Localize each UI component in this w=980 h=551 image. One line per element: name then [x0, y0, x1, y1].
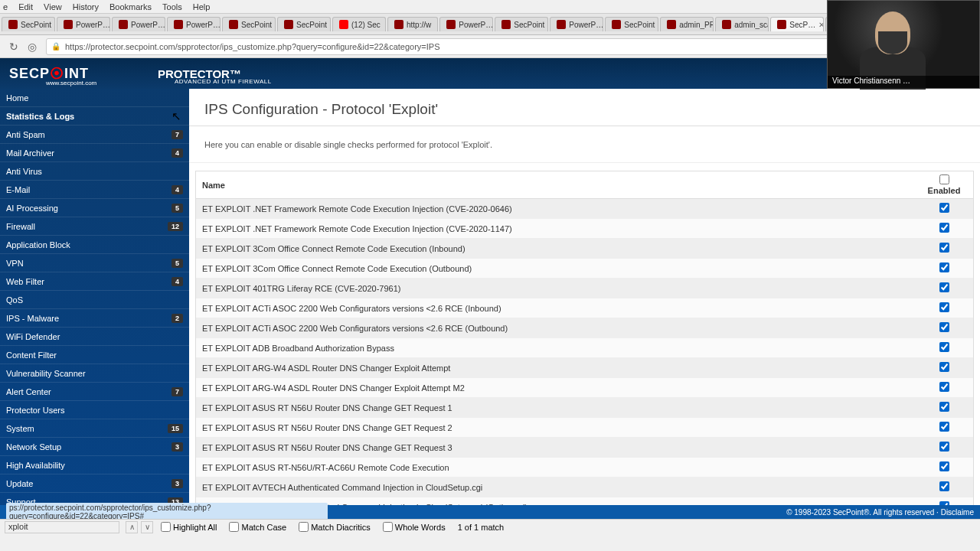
sidebar-item[interactable]: Update3: [0, 474, 189, 493]
find-input[interactable]: xploit: [5, 521, 119, 533]
sidebar-item[interactable]: VPN5: [0, 254, 189, 272]
sidebar-item[interactable]: Anti Virus: [0, 162, 189, 181]
tab-label: PowerP…: [186, 21, 220, 29]
browser-tab[interactable]: PowerP…: [57, 17, 110, 31]
browser-tab[interactable]: PowerP…: [550, 17, 603, 31]
menu-file[interactable]: e: [3, 2, 8, 11]
tab-close-icon[interactable]: ✕: [818, 21, 824, 29]
enabled-checkbox[interactable]: [939, 203, 949, 213]
enabled-checkbox[interactable]: [939, 262, 949, 272]
copyright: © 1998-2023 SecPoint®. All rights reserv…: [786, 508, 974, 517]
sidebar-badge: 12: [168, 222, 183, 231]
tab-favicon-icon: [339, 20, 348, 29]
enabled-checkbox[interactable]: [939, 342, 949, 352]
browser-tab[interactable]: http://w: [387, 17, 438, 31]
find-next-icon[interactable]: ∨: [141, 521, 153, 533]
browser-tab[interactable]: SecP…✕: [770, 17, 824, 31]
enabled-checkbox[interactable]: [939, 422, 949, 432]
tab-label: SecPoint: [21, 21, 51, 29]
tab-label: PowerP…: [131, 21, 165, 29]
sidebar-item[interactable]: System15: [0, 419, 189, 438]
browser-tab[interactable]: PowerP…: [112, 17, 165, 31]
enabled-checkbox[interactable]: [939, 223, 949, 233]
sidebar-item[interactable]: High Availability: [0, 456, 189, 474]
sidebar-item[interactable]: Web Filter4: [0, 272, 189, 291]
sidebar-item[interactable]: Anti Spam7: [0, 126, 189, 144]
url-input[interactable]: 🔒 https://protector.secpoint.com/spprote…: [46, 38, 934, 55]
enabled-checkbox[interactable]: [939, 402, 949, 412]
disclaimer-link[interactable]: Disclaime: [941, 508, 974, 517]
column-enabled[interactable]: Enabled: [921, 174, 967, 195]
browser-tab[interactable]: PowerP…: [167, 17, 220, 31]
sidebar-item[interactable]: Network Setup3: [0, 438, 189, 456]
highlight-all-option[interactable]: Highlight All: [161, 522, 217, 532]
browser-tab[interactable]: admin_PFIT: [660, 17, 714, 31]
product-tagline: ADVANCED AI UTM FIREWALL: [175, 78, 272, 85]
enabled-cell: [921, 362, 967, 373]
sidebar-item[interactable]: Firewall12: [0, 217, 189, 236]
sidebar-item[interactable]: Alert Center7: [0, 383, 189, 401]
sidebar-badge: 4: [172, 277, 183, 286]
enabled-checkbox[interactable]: [939, 382, 949, 392]
browser-tab[interactable]: SecPoint: [2, 17, 55, 31]
sidebar-item[interactable]: Content Filter: [0, 346, 189, 364]
enabled-checkbox[interactable]: [939, 481, 949, 491]
column-name[interactable]: Name: [202, 181, 921, 190]
sidebar-item[interactable]: Statistics & Logs: [0, 107, 189, 126]
table-row: ET EXPLOIT ACTi ASOC 2200 Web Configurat…: [196, 318, 973, 338]
enabled-cell: [921, 302, 967, 314]
browser-tab[interactable]: SecPoint: [222, 17, 276, 31]
shield-icon[interactable]: ◎: [26, 41, 38, 53]
table-row: ET EXPLOIT ASUS RT-N56U/RT-AC66U Remote …: [196, 458, 973, 478]
tab-label: (12) Sec: [351, 21, 381, 29]
enabled-checkbox[interactable]: [939, 322, 949, 332]
browser-tab[interactable]: SecPoint: [605, 17, 658, 31]
tab-favicon-icon: [174, 20, 183, 29]
sidebar-item[interactable]: AI Processing5: [0, 199, 189, 217]
browser-tab[interactable]: SecPoint: [277, 17, 331, 31]
sidebar-item[interactable]: Vulnerability Scanner: [0, 364, 189, 383]
menu-tools[interactable]: Tools: [162, 2, 182, 11]
sidebar-item[interactable]: Home: [0, 89, 189, 107]
match-case-option[interactable]: Match Case: [229, 522, 286, 532]
menu-help[interactable]: Help: [193, 2, 211, 11]
menu-edit[interactable]: Edit: [18, 2, 33, 11]
enable-all-checkbox[interactable]: [939, 174, 949, 184]
enabled-checkbox[interactable]: [939, 442, 949, 452]
sidebar-label: Home: [6, 93, 28, 103]
reload-icon[interactable]: ↻: [8, 41, 20, 53]
enabled-checkbox[interactable]: [939, 243, 949, 253]
tab-favicon-icon: [667, 20, 676, 29]
tab-label: SecP…: [789, 21, 815, 29]
tab-favicon-icon: [722, 20, 731, 29]
sidebar-item[interactable]: E-Mail4: [0, 181, 189, 199]
browser-tab[interactable]: admin_scan: [715, 17, 769, 31]
match-diacritics-option[interactable]: Match Diacritics: [299, 522, 371, 532]
sidebar-item[interactable]: IPS - Malware2: [0, 309, 189, 328]
sidebar-item[interactable]: Protector Users: [0, 401, 189, 419]
url-text: https://protector.secpoint.com/spprotect…: [65, 42, 439, 51]
find-count: 1 of 1 match: [458, 523, 505, 532]
menu-view[interactable]: View: [44, 2, 62, 11]
enabled-checkbox[interactable]: [939, 302, 949, 312]
browser-tab[interactable]: PowerP…: [439, 17, 493, 31]
enabled-checkbox[interactable]: [939, 362, 949, 372]
enabled-checkbox[interactable]: [939, 282, 949, 292]
tab-favicon-icon: [119, 20, 128, 29]
enabled-checkbox[interactable]: [939, 461, 949, 471]
tab-label: PowerP…: [459, 21, 493, 29]
sidebar-item[interactable]: WiFi Defender: [0, 328, 189, 346]
sidebar-item[interactable]: Application Block: [0, 236, 189, 254]
sidebar-label: QoS: [6, 295, 23, 305]
browser-tab[interactable]: SecPoint: [495, 17, 548, 31]
footer-brand-link[interactable]: SecPoint®: [833, 508, 869, 517]
sidebar-item[interactable]: QoS: [0, 291, 189, 309]
sidebar-label: Application Block: [6, 240, 70, 249]
enabled-cell: [921, 422, 967, 433]
menu-bookmarks[interactable]: Bookmarks: [109, 2, 152, 11]
menu-history[interactable]: History: [73, 2, 99, 11]
browser-tab[interactable]: (12) Sec: [332, 17, 386, 31]
whole-words-option[interactable]: Whole Words: [383, 522, 446, 532]
find-prev-icon[interactable]: ∧: [126, 521, 138, 533]
sidebar-item[interactable]: Mail Archiver4: [0, 144, 189, 162]
